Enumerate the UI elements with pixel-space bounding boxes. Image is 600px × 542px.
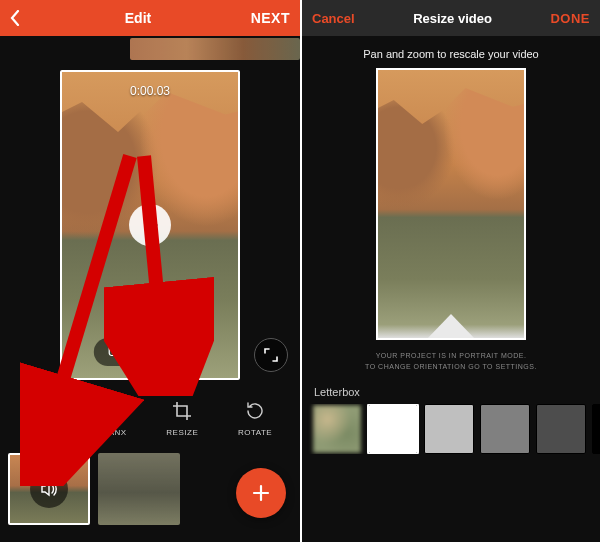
edit-screen: Edit NEXT 0:00.03 Undo Delete (0, 0, 300, 542)
resize-topbar: Cancel Resize video DONE (302, 0, 600, 36)
resize-hint: Pan and zoom to rescale your video (302, 36, 600, 68)
transition-icon (99, 398, 125, 424)
edit-toolbar: SPEED TRANX RESIZE ROTATE (0, 384, 300, 446)
tool-label: TRANX (97, 428, 127, 437)
resize-title: Resize video (355, 11, 551, 26)
tool-tranx[interactable]: TRANX (97, 398, 127, 437)
plus-icon (251, 483, 271, 503)
boat-tip (426, 314, 476, 340)
clip-audio-button[interactable] (30, 470, 68, 508)
tool-speed[interactable]: SPEED (28, 398, 58, 437)
fullscreen-button[interactable] (254, 338, 288, 372)
edit-topbar: Edit NEXT (0, 0, 300, 36)
undo-button[interactable]: Undo (108, 345, 137, 359)
resize-screen: Cancel Resize video DONE Pan and zoom to… (300, 0, 600, 542)
undo-delete-pill: Undo Delete (94, 338, 206, 366)
play-button[interactable] (129, 204, 171, 246)
back-button[interactable] (10, 10, 30, 26)
resize-stage: YOUR PROJECT IS IN PORTRAIT MODE. TO CHA… (302, 68, 600, 380)
tool-resize[interactable]: RESIZE (166, 398, 198, 437)
swatch-gray[interactable] (480, 404, 530, 454)
swatch-white[interactable] (368, 404, 418, 454)
orientation-note: YOUR PROJECT IS IN PORTRAIT MODE. TO CHA… (365, 340, 537, 380)
chevron-left-icon (10, 10, 20, 26)
play-icon (145, 217, 159, 233)
speed-icon (30, 398, 56, 424)
clip-thumb-2[interactable] (98, 453, 180, 525)
crop-icon (169, 398, 195, 424)
letterbox-label: Letterbox (302, 380, 600, 404)
tool-label: SPEED (28, 428, 58, 437)
fullscreen-icon (264, 348, 278, 362)
tool-label: ROTATE (238, 428, 272, 437)
tool-rotate[interactable]: ROTATE (238, 398, 272, 437)
video-preview: 0:00.03 Undo Delete (0, 66, 300, 384)
speaker-icon (40, 480, 58, 498)
timeline[interactable] (0, 38, 300, 60)
resize-frame[interactable] (376, 68, 526, 340)
swatch-blur[interactable] (312, 404, 362, 454)
tool-label: RESIZE (166, 428, 198, 437)
add-clip-button[interactable] (236, 468, 286, 518)
next-button[interactable]: NEXT (246, 10, 290, 26)
swatch-lightgray[interactable] (424, 404, 474, 454)
swatch-darkgray[interactable] (536, 404, 586, 454)
edit-title: Edit (30, 10, 246, 26)
separator (147, 345, 148, 359)
clip-thumb-1[interactable] (8, 453, 90, 525)
clip-tray (0, 446, 300, 532)
delete-button[interactable]: Delete (158, 345, 193, 359)
letterbox-swatches (302, 404, 600, 454)
timestamp: 0:00.03 (130, 84, 170, 98)
rotate-icon (242, 398, 268, 424)
timeline-strip (130, 38, 300, 60)
svg-rect-2 (104, 405, 115, 416)
cancel-button[interactable]: Cancel (312, 11, 355, 26)
swatch-black[interactable] (592, 404, 600, 454)
video-frame[interactable]: 0:00.03 Undo Delete (60, 70, 240, 380)
done-button[interactable]: DONE (550, 11, 590, 26)
